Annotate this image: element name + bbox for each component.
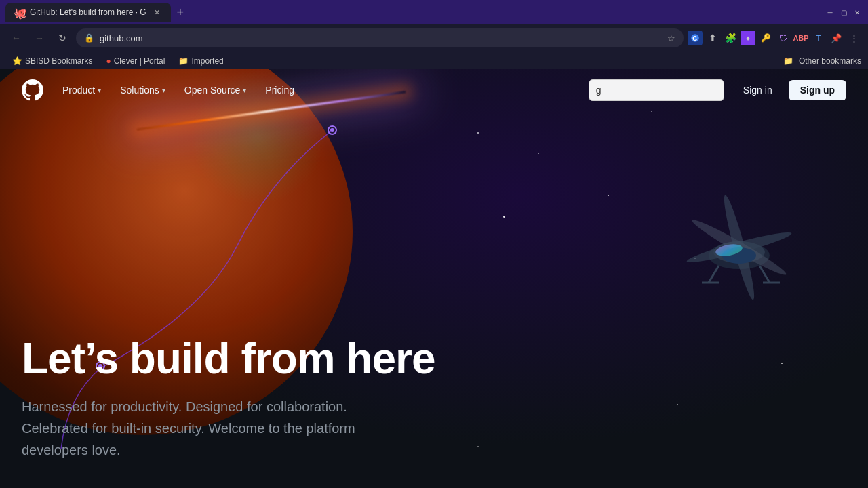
svg-line-11 <box>709 266 719 283</box>
bookmark-clever-icon: ● <box>106 56 111 66</box>
nav-product[interactable]: Product ▾ <box>54 81 109 100</box>
tab-favicon: 🐙 <box>14 7 24 18</box>
share-icon[interactable]: ⬆ <box>705 30 720 45</box>
bookmark-sbisd[interactable]: ⭐ SBISD Bookmarks <box>7 55 98 67</box>
signin-button[interactable]: Sign in <box>735 81 781 100</box>
nav-pricing[interactable]: Pricing <box>257 81 302 100</box>
window-minimize-button[interactable]: ─ <box>825 7 835 18</box>
bookmark-clever-label: Clever | Portal <box>114 56 165 66</box>
bookmarks-right-icon: 📁 <box>783 56 793 66</box>
nav-open-source[interactable]: Open Source ▾ <box>176 81 255 100</box>
hero-title: Let’s build from here <box>22 335 597 382</box>
open-source-chevron-icon: ▾ <box>243 87 246 94</box>
browser-frame: 🐙 GitHub: Let's build from here · G ✕ + … <box>0 0 868 488</box>
window-controls: ─ ▢ ✕ <box>825 7 863 18</box>
nav-open-source-label: Open Source <box>184 85 241 96</box>
back-button[interactable]: ← <box>7 28 26 47</box>
bookmarks-right-label: Other bookmarks <box>799 56 861 66</box>
ext-red-icon[interactable]: ABP <box>793 30 808 45</box>
nav-pricing-label: Pricing <box>265 85 294 96</box>
bookmark-clever[interactable]: ● Clever | Portal <box>100 55 170 67</box>
new-tab-button[interactable]: + <box>171 3 190 22</box>
product-chevron-icon: ▾ <box>98 87 101 94</box>
github-logo[interactable] <box>22 79 43 101</box>
ext-translate-icon[interactable]: T <box>811 30 826 45</box>
lock-icon: 🔒 <box>84 33 94 43</box>
forward-button[interactable]: → <box>30 28 49 47</box>
browser-toolbar: ← → ↻ 🔒 github.com ☆ ⬆ 🧩 ♦ 🔑 🛡 ABP T 📌 ⋮ <box>0 24 868 52</box>
bookmarks-right: 📁 Other bookmarks <box>783 56 861 66</box>
signin-label: Sign in <box>743 85 772 96</box>
auth-buttons: Sign in Sign up <box>735 80 846 100</box>
bookmark-sbisd-icon: ⭐ <box>12 56 22 66</box>
signup-label: Sign up <box>800 85 835 96</box>
ext-key-icon[interactable]: 🔑 <box>758 30 773 45</box>
browser-extensions: ⬆ 🧩 ♦ 🔑 🛡 ABP T 📌 ⋮ <box>688 30 861 45</box>
drone-illustration <box>651 174 827 323</box>
github-navbar: Product ▾ Solutions ▾ Open Source ▾ Pric… <box>0 69 868 111</box>
ext-more-icon[interactable]: ⋮ <box>846 30 861 45</box>
hero-content: Let’s build from here Harnessed for prod… <box>22 335 597 461</box>
address-bar[interactable]: 🔒 github.com ☆ <box>76 28 684 47</box>
ext-shield-icon[interactable]: 🛡 <box>776 30 791 45</box>
address-bar-icons: ☆ <box>667 33 675 43</box>
solutions-chevron-icon: ▾ <box>162 87 165 94</box>
bookmark-imported-icon: 📁 <box>178 56 189 66</box>
window-restore-button[interactable]: ▢ <box>838 7 849 18</box>
bookmark-imported[interactable]: 📁 Imported <box>173 55 229 67</box>
browser-titlebar: 🐙 GitHub: Let's build from here · G ✕ + … <box>0 0 868 24</box>
extensions-puzzle-icon[interactable]: 🧩 <box>723 30 738 45</box>
tab-close-button[interactable]: ✕ <box>152 7 163 18</box>
ext-pin-icon[interactable]: 📌 <box>829 30 844 45</box>
bookmark-sbisd-label: SBISD Bookmarks <box>25 56 92 66</box>
svg-point-2 <box>330 128 334 132</box>
search-input[interactable] <box>596 85 717 96</box>
github-page: Product ▾ Solutions ▾ Open Source ▾ Pric… <box>0 69 868 488</box>
bookmarks-bar: ⭐ SBISD Bookmarks ● Clever | Portal 📁 Im… <box>0 52 868 69</box>
search-box[interactable] <box>589 79 724 101</box>
window-close-button[interactable]: ✕ <box>852 7 863 18</box>
nav-solutions-label: Solutions <box>120 85 159 96</box>
nav-links: Product ▾ Solutions ▾ Open Source ▾ Pric… <box>54 81 589 100</box>
tab-title: GitHub: Let's build from here · G <box>30 7 146 17</box>
google-ext-icon[interactable] <box>688 30 703 45</box>
active-tab[interactable]: 🐙 GitHub: Let's build from here · G ✕ <box>5 3 171 22</box>
refresh-button[interactable]: ↻ <box>53 28 72 47</box>
bookmark-imported-label: Imported <box>191 56 223 66</box>
signup-button[interactable]: Sign up <box>789 80 846 100</box>
ext-purple-icon[interactable]: ♦ <box>741 30 755 45</box>
tab-bar: 🐙 GitHub: Let's build from here · G ✕ + <box>5 3 816 22</box>
nav-product-label: Product <box>62 85 95 96</box>
bookmark-star-icon[interactable]: ☆ <box>667 33 675 43</box>
nav-solutions[interactable]: Solutions ▾ <box>112 81 174 100</box>
url-text: github.com <box>100 33 143 43</box>
hero-subtitle: Harnessed for productivity. Designed for… <box>22 396 496 461</box>
